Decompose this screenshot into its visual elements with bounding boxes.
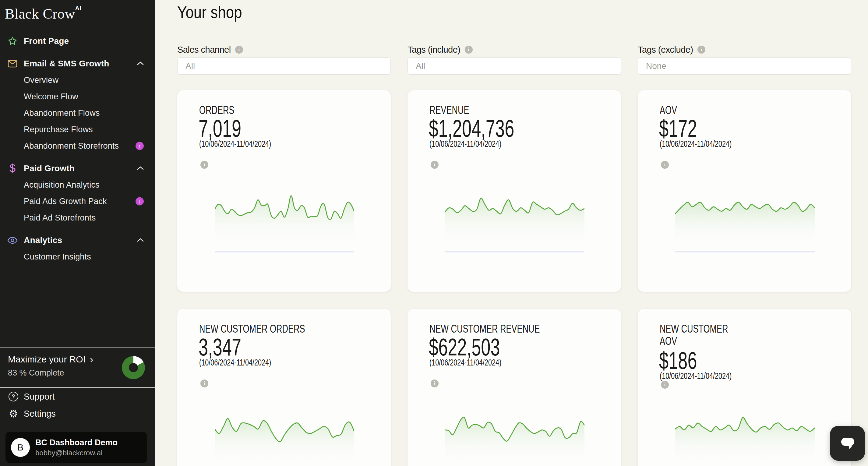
card-date-range: (10/06/2024-11/04/2024) — [660, 139, 732, 149]
chevron-up-icon[interactable] — [137, 61, 144, 66]
sidebar: Black CrowAI Front Page Email & SMS Grow… — [0, 0, 155, 466]
card-title: NEW CUSTOMER AOV — [660, 323, 728, 347]
maximize-roi-link[interactable]: Maximize your ROI › 83 % Complete — [0, 348, 155, 387]
info-icon[interactable]: i — [431, 161, 439, 169]
sidebar-item-front-page[interactable]: Front Page — [0, 33, 155, 49]
support-button[interactable]: ? Support — [0, 388, 155, 405]
settings-button[interactable]: ⚙ Settings — [0, 405, 155, 422]
card-date-range: (10/06/2024-11/04/2024) — [429, 358, 501, 367]
main-content: Your shop Sales channel i Tags (include)… — [155, 0, 868, 466]
card-value: $172 — [659, 116, 697, 141]
info-icon[interactable]: i — [661, 381, 669, 389]
sidebar-item-label: Paid Growth — [24, 163, 74, 173]
sidebar-item-abandonment-storefronts[interactable]: Abandonment Storefronts ↑ — [0, 138, 155, 154]
sidebar-item-paid-ad-storefronts[interactable]: Paid Ad Storefronts — [0, 210, 155, 226]
info-icon[interactable]: i — [431, 379, 439, 387]
sidebar-item-label: Paid Ad Storefronts — [24, 213, 96, 223]
sidebar-item-label: Acquisition Analytics — [24, 180, 100, 190]
card-aov: AOV $172 (10/06/2024-11/04/2024) i — [638, 90, 851, 292]
tags-exclude-input[interactable] — [638, 57, 851, 74]
chat-bubble-icon — [838, 433, 857, 454]
sidebar-item-repurchase-flows[interactable]: Repurchase Flows — [0, 121, 155, 138]
upgrade-arrow-badge: ↑ — [135, 197, 144, 206]
tags-include-label: Tags (include) — [407, 45, 461, 55]
card-title: AOV — [660, 104, 677, 116]
info-icon[interactable]: i — [465, 46, 473, 54]
user-email: bobby@blackcrow.ai — [35, 448, 118, 457]
filter-tags-include: Tags (include) i — [407, 44, 621, 74]
sales-channel-label: Sales channel — [177, 45, 231, 55]
card-date-range: (10/06/2024-11/04/2024) — [660, 371, 732, 381]
sidebar-item-customer-insights[interactable]: Customer Insights — [0, 249, 155, 265]
sidebar-nav: Front Page Email & SMS Growth Overview W… — [0, 33, 155, 265]
card-date-range: (10/06/2024-11/04/2024) — [199, 139, 271, 149]
tags-exclude-label: Tags (exclude) — [638, 45, 693, 55]
brand-name: Black Crow — [5, 6, 75, 22]
user-name: BC Dashboard Demo — [35, 438, 118, 447]
sidebar-item-abandonment-flows[interactable]: Abandonment Flows — [0, 105, 155, 121]
user-account-card[interactable]: B BC Dashboard Demo bobby@blackcrow.ai — [5, 432, 147, 463]
card-new-customer-orders: NEW CUSTOMER ORDERS 3,347 (10/06/2024-11… — [177, 309, 391, 466]
card-value: $622,503 — [429, 335, 500, 360]
card-title: NEW CUSTOMER REVENUE — [429, 323, 540, 335]
tags-include-input[interactable] — [407, 57, 621, 74]
card-title: REVENUE — [429, 104, 469, 116]
chevron-right-icon: › — [90, 355, 93, 363]
card-value: $1,204,736 — [429, 116, 514, 141]
chevron-up-icon[interactable] — [137, 166, 144, 171]
sidebar-item-label: Overview — [24, 75, 59, 85]
chat-widget-button[interactable] — [830, 426, 865, 461]
sidebar-item-paid-ads-growth-pack[interactable]: Paid Ads Growth Pack ↑ — [0, 193, 155, 210]
card-value: 7,019 — [198, 116, 241, 141]
sales-channel-input[interactable] — [177, 57, 391, 74]
sidebar-item-overview[interactable]: Overview — [0, 72, 155, 88]
settings-label: Settings — [24, 409, 56, 419]
sidebar-item-label: Analytics — [24, 236, 62, 245]
info-icon[interactable]: i — [661, 161, 669, 169]
support-label: Support — [24, 392, 55, 402]
sidebar-item-paid-growth[interactable]: $ Paid Growth — [0, 160, 155, 177]
info-icon[interactable]: i — [235, 46, 243, 54]
info-icon[interactable]: i — [200, 161, 208, 169]
card-title: NEW CUSTOMER ORDERS — [199, 323, 305, 335]
filter-tags-exclude: Tags (exclude) i — [638, 44, 851, 74]
sidebar-bottom: Maximize your ROI › 83 % Complete ? Supp… — [0, 347, 155, 466]
filter-sales-channel: Sales channel i — [177, 44, 391, 74]
page-title: Your shop — [177, 3, 765, 21]
sidebar-item-label: Front Page — [24, 36, 69, 46]
star-icon — [7, 36, 18, 46]
sparkline-chart — [215, 192, 354, 252]
envelope-icon — [7, 59, 18, 69]
brand-ai-sup: AI — [75, 5, 82, 11]
dollar-icon: $ — [7, 163, 18, 174]
avatar: B — [11, 438, 30, 457]
metric-cards-grid: ORDERS 7,019 (10/06/2024-11/04/2024) i R… — [177, 90, 868, 466]
card-revenue: REVENUE $1,204,736 (10/06/2024-11/04/202… — [407, 90, 621, 292]
sidebar-item-label: Welcome Flow — [24, 92, 78, 101]
filters-row: Sales channel i Tags (include) i Tags (e… — [177, 44, 868, 74]
sparkline-chart — [445, 192, 585, 252]
card-orders: ORDERS 7,019 (10/06/2024-11/04/2024) i — [177, 90, 391, 292]
info-icon[interactable]: i — [200, 379, 208, 387]
card-new-customer-revenue: NEW CUSTOMER REVENUE $622,503 (10/06/202… — [407, 309, 621, 466]
card-value: 3,347 — [198, 335, 241, 360]
sidebar-item-email-sms-growth[interactable]: Email & SMS Growth — [0, 56, 155, 72]
gear-icon: ⚙ — [8, 408, 19, 419]
upgrade-arrow-badge: ↑ — [135, 142, 144, 150]
sparkline-chart — [215, 411, 354, 466]
sidebar-item-welcome-flow[interactable]: Welcome Flow — [0, 88, 155, 105]
sparkline-chart — [445, 411, 585, 466]
chevron-up-icon[interactable] — [137, 238, 144, 243]
sidebar-item-analytics[interactable]: Analytics — [0, 232, 155, 249]
roi-progress-donut — [122, 356, 145, 379]
sidebar-item-label: Customer Insights — [24, 252, 91, 261]
brand-logo[interactable]: Black CrowAI — [5, 5, 82, 22]
card-new-customer-aov: NEW CUSTOMER AOV $186 (10/06/2024-11/04/… — [638, 309, 851, 466]
card-date-range: (10/06/2024-11/04/2024) — [429, 139, 501, 149]
sidebar-item-label: Abandonment Storefronts — [24, 141, 119, 151]
card-value: $186 — [659, 348, 697, 373]
sidebar-item-label: Abandonment Flows — [24, 108, 100, 118]
card-date-range: (10/06/2024-11/04/2024) — [199, 358, 271, 367]
sidebar-item-acquisition-analytics[interactable]: Acquisition Analytics — [0, 177, 155, 193]
info-icon[interactable]: i — [698, 46, 705, 54]
